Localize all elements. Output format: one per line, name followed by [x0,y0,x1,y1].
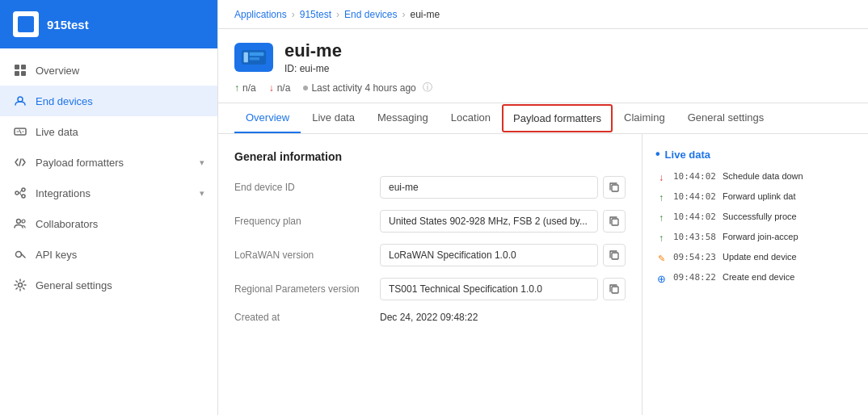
tab-messaging[interactable]: Messaging [366,103,440,133]
sidebar-item-general-settings-label: General settings [36,279,204,291]
app-logo [13,11,39,37]
svg-rect-18 [612,219,618,225]
breadcrumb-915test[interactable]: 915test [300,9,331,20]
svg-rect-15 [250,52,264,56]
sidebar-item-overview[interactable]: Overview [0,55,217,86]
created-at-value: Dec 24, 2022 09:48:22 [380,312,626,323]
created-at-text: Dec 24, 2022 09:48:22 [380,312,478,323]
svg-rect-0 [15,65,19,69]
breadcrumb-end-devices[interactable]: End devices [344,9,397,20]
info-row-end-device-id: End device ID [234,176,626,199]
live-event-2: ↑ 10:44:02 Forward uplink dat [655,191,855,203]
lorawan-version-input[interactable] [380,244,598,266]
device-header: eui-me ID: eui-me ↑ n/a ↓ n/a Last activ… [218,29,868,103]
live-data-panel: Live data ↓ 10:44:02 Schedule data down … [642,134,868,415]
sidebar: 915test Overview End devices Live data [0,0,218,415]
svg-rect-16 [250,57,259,61]
svg-rect-1 [21,65,26,69]
event-text-2: Forward uplink dat [723,191,855,201]
event-text-4: Forward join-accep [723,232,855,241]
frequency-plan-input[interactable] [380,210,598,233]
sidebar-item-end-devices[interactable]: End devices [0,86,217,116]
copy-regional-params-button[interactable] [603,278,626,300]
sidebar-item-integrations-label: Integrations [36,187,192,199]
arrow-down-icon: ↓ [269,82,274,94]
breadcrumb-applications[interactable]: Applications [234,9,287,20]
sidebar-item-collaborators[interactable]: Collaborators [0,208,217,239]
device-id-value: eui-me [300,63,330,74]
copy-frequency-plan-button[interactable] [603,210,626,233]
event-text-6: Create end device [723,272,855,282]
svg-rect-3 [21,71,26,76]
regional-params-label: Regional Parameters version [234,283,380,295]
device-id-label: ID: [284,63,297,74]
tab-location[interactable]: Location [440,103,502,133]
end-device-id-input[interactable] [380,176,598,199]
info-icon: ⓘ [423,81,432,94]
tab-live-data[interactable]: Live data [301,103,366,133]
sidebar-item-api-keys-label: API keys [36,249,204,261]
info-row-regional-params: Regional Parameters version [234,278,626,300]
sidebar-nav: Overview End devices Live data Payload f… [0,48,217,415]
live-event-1: ↓ 10:44:02 Schedule data down [655,171,855,183]
info-row-lorawan-version: LoRaWAN version [234,244,626,266]
breadcrumb-sep-3: › [402,9,405,20]
svg-point-8 [22,195,25,198]
device-info: eui-me ID: eui-me [284,40,342,74]
copy-end-device-id-button[interactable] [603,176,626,199]
device-meta: ↑ n/a ↓ n/a Last activity 4 hours ago ⓘ [234,81,852,94]
grid-icon [13,63,27,78]
content-area: General information End device ID Freque… [218,134,868,415]
devices-icon [13,94,27,108]
svg-rect-19 [612,253,618,259]
regional-params-input[interactable] [380,278,598,300]
sidebar-item-live-data[interactable]: Live data [0,116,217,147]
sidebar-item-collaborators-label: Collaborators [36,218,204,230]
event-time-2: 10:44:02 [673,191,716,202]
live-data-panel-title: Live data [655,147,855,161]
tab-claiming[interactable]: Claiming [613,103,676,133]
collaborators-icon [13,216,27,231]
sidebar-item-integrations[interactable]: Integrations ▾ [0,178,217,208]
general-info-panel: General information End device ID Freque… [218,134,642,415]
sidebar-item-payload-formatters-label: Payload formatters [36,157,192,169]
lorawan-version-label: LoRaWAN version [234,249,380,261]
svg-point-12 [19,283,23,287]
tabs-bar: Overview Live data Messaging Location Pa… [218,103,868,134]
sidebar-item-payload-formatters[interactable]: Payload formatters ▾ [0,147,217,178]
end-device-id-label: End device ID [234,182,380,193]
svg-point-4 [18,97,23,102]
tab-general-settings[interactable]: General settings [676,103,776,133]
regional-params-value [380,278,626,300]
live-event-4: ↑ 10:43:58 Forward join-accep [655,232,855,244]
event-time-5: 09:54:23 [673,252,716,262]
lorawan-version-value [380,244,626,266]
copy-lorawan-version-button[interactable] [603,244,626,266]
breadcrumb-sep-1: › [292,9,295,20]
live-event-3: ↑ 10:44:02 Successfully proce [655,212,855,224]
svg-point-9 [17,220,21,224]
tab-payload-formatters[interactable]: Payload formatters [502,104,613,132]
meta-up: ↑ n/a [234,82,256,94]
sidebar-item-general-settings[interactable]: General settings [0,270,217,300]
end-device-id-value [380,176,626,199]
breadcrumb: Applications › 915test › End devices › e… [218,0,868,29]
frequency-plan-label: Frequency plan [234,216,380,227]
chevron-down-icon: ▾ [200,157,204,168]
tab-overview[interactable]: Overview [234,103,301,133]
arrow-up-icon-3: ↑ [655,212,667,224]
event-text-1: Schedule data down [723,171,855,181]
last-activity: Last activity 4 hours ago ⓘ [303,81,432,94]
settings-icon [13,278,27,292]
breadcrumb-current: eui-me [410,9,440,20]
api-keys-icon [13,247,27,262]
breadcrumb-sep-2: › [336,9,339,20]
svg-rect-14 [244,52,248,62]
event-time-4: 10:43:58 [673,232,716,242]
sidebar-item-api-keys[interactable]: API keys [0,239,217,270]
sidebar-item-live-data-label: Live data [36,126,204,138]
svg-point-7 [22,188,25,191]
live-event-6: ⊕ 09:48:22 Create end device [655,272,855,284]
live-event-5: ✎ 09:54:23 Update end device [655,252,855,264]
info-row-frequency-plan: Frequency plan [234,210,626,233]
